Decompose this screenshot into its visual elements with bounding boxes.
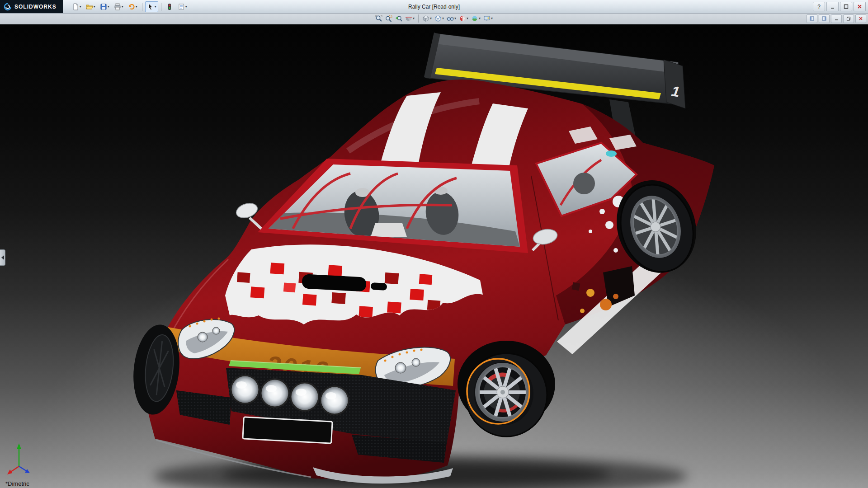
view-settings-button[interactable]: ▾ — [482, 14, 494, 23]
save-icon — [100, 3, 107, 10]
pane-right-icon — [822, 16, 826, 21]
license-plate — [243, 417, 332, 443]
pane-right-button[interactable] — [819, 14, 830, 23]
graphics-viewport[interactable]: 1 — [0, 24, 868, 488]
undo-icon — [128, 3, 135, 10]
options-sheet-icon — [178, 3, 185, 10]
new-document-button[interactable]: ▾ — [70, 1, 83, 12]
document-window-controls — [807, 13, 866, 24]
doc-restore-icon — [846, 16, 851, 21]
toolbar-separator — [142, 3, 142, 11]
main-toolbar: ▾ ▾ ▾ ▾ ▾ — [70, 1, 189, 12]
rebuild-button[interactable] — [164, 1, 175, 12]
print-button[interactable]: ▾ — [112, 1, 125, 12]
pane-left-icon — [810, 16, 814, 21]
dassault-systemes-logo-icon — [4, 3, 12, 11]
dropdown-arrow-icon[interactable]: ▾ — [442, 17, 444, 20]
dropdown-arrow-icon[interactable]: ▾ — [136, 5, 137, 9]
close-icon — [857, 4, 862, 9]
dropdown-arrow-icon[interactable]: ▾ — [185, 5, 187, 9]
graphics-area[interactable]: 1 — [0, 24, 868, 488]
toolbar-separator — [161, 3, 161, 11]
doc-minimize-icon — [834, 16, 839, 21]
titlebar: SOLIDWORKS ▾ ▾ ▾ — [0, 0, 868, 14]
doc-minimize-button[interactable] — [831, 14, 842, 23]
dropdown-arrow-icon[interactable]: ▾ — [467, 17, 468, 20]
dropdown-arrow-icon[interactable]: ▾ — [80, 5, 81, 9]
display-style-icon — [434, 15, 442, 22]
dropdown-arrow-icon[interactable]: ▾ — [430, 17, 432, 20]
rebuild-icon — [166, 3, 173, 10]
window-title: Rally Car [Read-only] — [408, 4, 460, 10]
reference-triad — [6, 439, 42, 477]
maximize-icon — [844, 4, 849, 9]
window-controls: ? — [813, 2, 868, 11]
edit-appearance-sphere-icon — [459, 15, 466, 22]
view-orientation-button[interactable]: ▾ — [421, 14, 433, 23]
open-folder-icon — [86, 3, 93, 10]
orientation-label: *Dimetric — [5, 480, 29, 487]
dropdown-arrow-icon[interactable]: ▾ — [94, 5, 95, 9]
dropdown-arrow-icon[interactable]: ▾ — [155, 5, 156, 9]
collapse-arrow-icon — [1, 255, 4, 260]
dropdown-arrow-icon[interactable]: ▾ — [108, 5, 109, 9]
fuel-cap — [572, 282, 580, 291]
hood-intake-small — [371, 282, 387, 291]
view-settings-icon — [483, 15, 491, 22]
doc-close-icon — [859, 16, 863, 21]
save-button[interactable]: ▾ — [98, 1, 111, 12]
zoom-to-fit-button[interactable] — [374, 14, 383, 23]
select-tool-button[interactable]: ▾ — [145, 1, 158, 12]
dropdown-arrow-icon[interactable]: ▾ — [122, 5, 123, 9]
zoom-to-area-icon — [385, 15, 392, 22]
doc-restore-button[interactable] — [843, 14, 854, 23]
feature-manager-collapsed-tab[interactable] — [0, 249, 5, 266]
help-button[interactable]: ? — [813, 2, 825, 11]
previous-view-icon — [395, 15, 402, 22]
view-orientation-cube-icon — [422, 15, 429, 22]
y-axis-arrow — [17, 443, 21, 449]
help-icon: ? — [817, 4, 821, 10]
solidworks-logo: SOLIDWORKS — [0, 0, 63, 13]
options-button[interactable]: ▾ — [176, 1, 189, 12]
brand-text: SOLIDWORKS — [14, 4, 57, 10]
dropdown-arrow-icon[interactable]: ▾ — [454, 17, 456, 20]
undo-button[interactable]: ▾ — [126, 1, 139, 12]
display-style-button[interactable]: ▾ — [434, 14, 445, 23]
doc-close-button[interactable] — [855, 14, 866, 23]
front-right-wheel[interactable] — [458, 341, 555, 436]
section-view-icon — [405, 15, 412, 22]
select-cursor-icon — [147, 3, 154, 10]
hide-show-items-button[interactable]: ▾ — [446, 14, 457, 23]
toolbar-separator — [418, 14, 419, 23]
dropdown-arrow-icon[interactable]: ▾ — [413, 17, 415, 20]
close-button[interactable] — [854, 2, 866, 11]
heads-up-toolbar-row: ▾ ▾ ▾ ▾ — [0, 13, 868, 24]
x-axis-arrow — [7, 469, 12, 474]
new-document-icon — [72, 3, 79, 10]
zoom-to-area-button[interactable] — [384, 14, 393, 23]
heads-up-toolbar: ▾ ▾ ▾ ▾ — [374, 13, 494, 24]
minimize-button[interactable] — [826, 2, 839, 11]
section-view-button[interactable]: ▾ — [404, 14, 415, 23]
print-icon — [114, 3, 121, 10]
dropdown-arrow-icon[interactable]: ▾ — [479, 17, 481, 20]
hide-show-glasses-icon — [447, 15, 454, 22]
edit-appearance-button[interactable]: ▾ — [458, 14, 469, 23]
minimize-icon — [830, 4, 835, 9]
zoom-to-fit-icon — [375, 15, 382, 22]
maximize-button[interactable] — [840, 2, 852, 11]
dropdown-arrow-icon[interactable]: ▾ — [491, 17, 493, 20]
previous-view-button[interactable] — [394, 14, 403, 23]
apply-scene-icon — [471, 15, 478, 22]
open-button[interactable]: ▾ — [84, 1, 97, 12]
apply-scene-button[interactable]: ▾ — [470, 14, 481, 23]
pane-left-button[interactable] — [807, 14, 817, 23]
